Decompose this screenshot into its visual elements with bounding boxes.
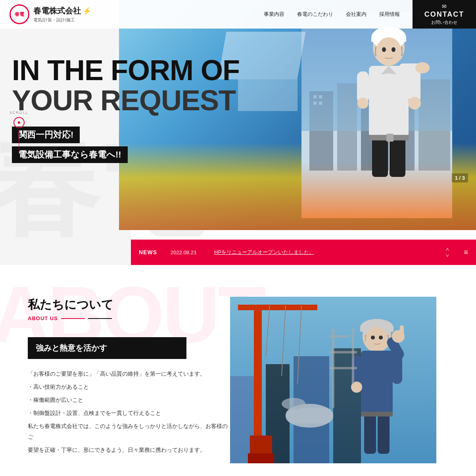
nav-item-company[interactable]: 会社案内 bbox=[346, 11, 367, 18]
svg-point-30 bbox=[415, 62, 430, 73]
svg-point-32 bbox=[357, 98, 369, 109]
about-body: 「お客様のご要望を形に」「高い品質の維持」を第一に考えています。 ・高い技術力が… bbox=[28, 369, 230, 455]
about-left: 私たちについて ABOUT US 強みと熱意を活かす 「お客様のご要望を形に」「… bbox=[0, 297, 230, 458]
logo-text-area: 春電株式会社 ⚡ 電気/計装・設計/施工 bbox=[33, 6, 91, 23]
svg-rect-36 bbox=[386, 134, 393, 142]
logo-subtitle: 電気/計装・設計/施工 bbox=[33, 17, 91, 23]
about-content: 私たちについて ABOUT US 強みと熱意を活かす 「お客様のご要望を形に」「… bbox=[0, 297, 476, 463]
worker-svg bbox=[301, 12, 452, 218]
slide-counter: 1 / 3 bbox=[452, 173, 468, 182]
svg-rect-62 bbox=[400, 325, 404, 337]
svg-rect-66 bbox=[378, 414, 390, 454]
scroll-label: SCROLL bbox=[10, 111, 29, 115]
about-image bbox=[230, 297, 436, 463]
about-title-line-pink bbox=[61, 318, 85, 319]
contact-button[interactable]: ✉ CONTACT お問い合わせ bbox=[413, 0, 476, 29]
svg-rect-42 bbox=[254, 305, 261, 440]
about-title-line-black bbox=[88, 318, 112, 319]
svg-point-24 bbox=[392, 47, 395, 52]
svg-point-22 bbox=[376, 37, 401, 66]
svg-rect-49 bbox=[248, 453, 274, 463]
news-bar: NEWS 2022.08.23 HPをリニューアルオープンいたしました。 ∧ ∨… bbox=[131, 240, 476, 265]
about-body-line-2: ・稼働範囲が広いこと bbox=[28, 395, 230, 405]
hero-section: 春電 bbox=[0, 0, 476, 265]
news-menu-icon[interactable]: ≡ bbox=[464, 248, 468, 257]
scroll-indicator: SCROLL bbox=[10, 111, 29, 154]
logo-circle-text: 春電 bbox=[15, 12, 24, 17]
hero-text: IN THE FORM OF YOUR REQUEST 関西一円対応! 電気設備… bbox=[12, 56, 240, 163]
svg-rect-74 bbox=[286, 408, 333, 424]
news-date: 2022.08.23 bbox=[171, 250, 206, 255]
about-body-line-1: ・高い技術力があること bbox=[28, 382, 230, 392]
about-strength-heading: 強みと熱意を活かす bbox=[28, 337, 186, 359]
svg-point-75 bbox=[282, 398, 305, 410]
svg-point-28 bbox=[408, 97, 421, 109]
news-label: NEWS bbox=[139, 249, 163, 255]
geo-shape-2 bbox=[238, 79, 298, 111]
nav-item-recruit[interactable]: 採用情報 bbox=[379, 11, 400, 18]
contact-label: CONTACT bbox=[424, 10, 464, 19]
logo-area: 春電 春電株式会社 ⚡ 電気/計装・設計/施工 bbox=[0, 4, 127, 24]
envelope-icon: ✉ bbox=[442, 3, 447, 10]
about-title-en: ABOUT US bbox=[28, 315, 230, 321]
svg-rect-34 bbox=[390, 137, 405, 177]
hero-headline-line1: IN THE FORM OF bbox=[12, 56, 240, 86]
news-arrows: ∧ ∨ bbox=[445, 246, 449, 259]
hero-headline-line2: YOUR REQUEST bbox=[12, 86, 240, 116]
scroll-line bbox=[19, 131, 19, 154]
svg-rect-48 bbox=[250, 436, 272, 455]
svg-rect-65 bbox=[364, 414, 376, 454]
news-arrow-up[interactable]: ∧ bbox=[445, 246, 449, 252]
news-arrow-down[interactable]: ∨ bbox=[445, 253, 449, 258]
about-body-line-5: 要望を正確・丁寧に、形にできるよう、日々業務に携わっております。 bbox=[28, 445, 230, 455]
logo-circle: 春電 bbox=[10, 4, 29, 24]
about-body-line-4: 私たち春電株式会社では、このような強みをしっかりと活かしながら、お客様のご bbox=[28, 421, 230, 442]
lightning-icon: ⚡ bbox=[83, 7, 91, 15]
about-body-line-3: ・制御盤設計・設置、点検までを一貫して行えること bbox=[28, 408, 230, 418]
nav-item-services[interactable]: 事業内容 bbox=[264, 11, 284, 18]
header: 春電 春電株式会社 ⚡ 電気/計装・設計/施工 事業内容 春電のこだわり 会社案… bbox=[0, 0, 476, 29]
about-section: ABOUT 私たちについて ABOUT US 強みと熱意を活かす 「お客様のご要… bbox=[0, 265, 476, 476]
about-right bbox=[230, 297, 476, 463]
about-title-jp: 私たちについて bbox=[28, 297, 230, 313]
main-nav: 事業内容 春電のこだわり 会社案内 採用情報 ✉ CONTACT お問い合わせ bbox=[127, 0, 476, 29]
about-body-line-0: 「お客様のご要望を形に」「高い品質の維持」を第一に考えています。 bbox=[28, 369, 230, 379]
hero-sub2: 電気設備工事なら春電へ!! bbox=[12, 146, 128, 163]
company-name: 春電株式会社 ⚡ bbox=[33, 6, 91, 16]
svg-rect-43 bbox=[238, 305, 317, 310]
nav-item-commitment[interactable]: 春電のこだわり bbox=[297, 11, 333, 18]
svg-rect-33 bbox=[372, 137, 388, 177]
svg-rect-67 bbox=[361, 412, 393, 416]
svg-point-56 bbox=[371, 336, 375, 340]
svg-rect-25 bbox=[369, 66, 409, 137]
svg-point-55 bbox=[366, 327, 388, 352]
scroll-dot bbox=[18, 121, 20, 124]
contact-sublabel: お問い合わせ bbox=[431, 19, 457, 25]
scroll-circle bbox=[13, 117, 25, 128]
news-link[interactable]: HPをリニューアルオープンいたしました。 bbox=[214, 249, 438, 256]
svg-rect-58 bbox=[361, 351, 393, 414]
svg-point-57 bbox=[379, 336, 383, 340]
svg-point-23 bbox=[382, 47, 386, 52]
